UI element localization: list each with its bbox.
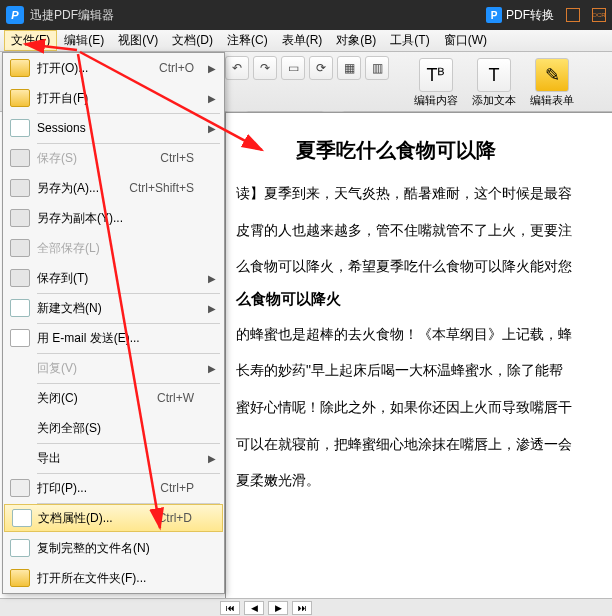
menu-view[interactable]: 视图(V) [111,30,165,51]
menu-item-shortcut: Ctrl+P [160,481,194,495]
file-menu-item[interactable]: 新建文档(N)▶ [3,293,224,323]
titlebar-box-icon[interactable] [566,8,580,22]
rotate-button[interactable]: ⟳ [309,56,333,80]
file-menu-item[interactable]: 导出▶ [3,443,224,473]
menu-document[interactable]: 文档(D) [165,30,220,51]
menu-comment[interactable]: 注释(C) [220,30,275,51]
file-menu-item[interactable]: 关闭全部(S) [3,413,224,443]
menu-tools[interactable]: 工具(T) [383,30,436,51]
doc-text: 读】夏季到来，天气炎热，酷暑难耐，这个时候是最容 [236,180,602,207]
edit-content-button[interactable]: Tᴮ 编辑内容 [410,56,462,110]
menu-form[interactable]: 表单(R) [275,30,330,51]
add-text-icon: T [477,58,511,92]
menu-item-label: 关闭全部(S) [37,420,208,437]
last-page-button[interactable]: ⏭ [292,601,312,615]
file-menu-item[interactable]: Sessions▶ [3,113,224,143]
file-menu-item: 全部保存(L) [3,233,224,263]
doc-icon [10,299,30,317]
next-page-button[interactable]: ▶ [268,601,288,615]
submenu-arrow-icon: ▶ [208,93,218,104]
menu-bar: 文件(F) 编辑(E) 视图(V) 文档(D) 注释(C) 表单(R) 对象(B… [0,30,612,52]
doc-text: 长寿的妙药"早上起床后喝一大杯温蜂蜜水，除了能帮 [236,357,602,384]
undo-button[interactable]: ↶ [225,56,249,80]
doc-icon [10,539,30,557]
app-logo-icon: P [6,6,24,24]
file-menu-item[interactable]: 打开(O)...Ctrl+O▶ [3,53,224,83]
edit-form-button[interactable]: ✎ 编辑表单 [526,56,578,110]
menu-item-label: 新建文档(N) [37,300,208,317]
file-menu-item[interactable]: 关闭(C)Ctrl+W [3,383,224,413]
menu-item-shortcut: Ctrl+D [158,511,192,525]
folder-icon [10,59,30,77]
grid-button[interactable]: ▦ [337,56,361,80]
file-menu-item[interactable]: 打印(P)...Ctrl+P [3,473,224,503]
submenu-arrow-icon: ▶ [208,303,218,314]
file-menu-item[interactable]: 另存为(A)...Ctrl+Shift+S [3,173,224,203]
doc-text: 么食物可以降火，希望夏季吃什么食物可以降火能对您 [236,253,602,280]
disk-icon [10,269,30,287]
file-menu-item[interactable]: 打开所在文件夹(F)... [3,563,224,593]
menu-item-label: 打开所在文件夹(F)... [37,570,208,587]
disk-icon [10,209,30,227]
app-title: 迅捷PDF编辑器 [30,7,114,24]
prev-page-button[interactable]: ◀ [244,601,264,615]
menu-item-label: 文档属性(D)... [38,510,158,527]
menu-item-label: 另存为(A)... [37,180,129,197]
layout-button[interactable]: ▥ [365,56,389,80]
add-text-label: 添加文本 [472,93,516,108]
pdf-convert-link[interactable]: PDF转换 [506,7,554,24]
doc-heading: 夏季吃什么食物可以降 [296,137,602,164]
menu-item-shortcut: Ctrl+Shift+S [129,181,194,195]
file-menu-item[interactable]: 复制完整的文件名(N) [3,533,224,563]
doc-text: 夏柔嫩光滑。 [236,467,602,494]
titlebar-right[interactable]: P PDF转换 OCR [486,7,606,24]
menu-item-label: 打开自(F) [37,90,208,107]
doc-text: 皮霄的人也越来越多，管不住嘴就管不了上火，更要注 [236,217,602,244]
menu-edit[interactable]: 编辑(E) [57,30,111,51]
file-menu-item[interactable]: 打开自(F)▶ [3,83,224,113]
status-bar: ⏮ ◀ ▶ ⏭ [0,598,612,616]
submenu-arrow-icon: ▶ [208,363,218,374]
file-menu-item[interactable]: 文档属性(D)...Ctrl+D [4,504,223,532]
doc-icon [10,119,30,137]
menu-item-label: 回复(V) [37,360,208,377]
mail-icon [10,329,30,347]
menu-item-label: 全部保存(L) [37,240,208,257]
menu-item-label: 打开(O)... [37,60,159,77]
menu-object[interactable]: 对象(B) [329,30,383,51]
doc-subheading: 么食物可以降火 [236,290,602,309]
file-menu-item[interactable]: 另存为副本(Y)... [3,203,224,233]
edit-form-icon: ✎ [535,58,569,92]
disk-icon [10,239,30,257]
folder-icon [10,89,30,107]
menu-item-label: 打印(P)... [37,480,160,497]
file-menu-item[interactable]: 用 E-mail 发送(E)... [3,323,224,353]
pdf-convert-icon: P [486,7,502,23]
first-page-button[interactable]: ⏮ [220,601,240,615]
menu-file[interactable]: 文件(F) [4,30,57,51]
edit-form-label: 编辑表单 [530,93,574,108]
doc-text: 蜜好心情呢！除此之外，如果你还因上火而导致嘴唇干 [236,394,602,421]
menu-item-label: 另存为副本(Y)... [37,210,208,227]
submenu-arrow-icon: ▶ [208,273,218,284]
ocr-icon[interactable]: OCR [592,8,606,22]
edit-content-icon: Tᴮ [419,58,453,92]
prn-icon [10,479,30,497]
add-text-button[interactable]: T 添加文本 [468,56,520,110]
menu-item-label: 关闭(C) [37,390,157,407]
file-menu-item[interactable]: 保存到(T)▶ [3,263,224,293]
menu-item-label: Sessions [37,121,208,135]
disk-icon [10,149,30,167]
folder-icon [10,569,30,587]
menu-item-shortcut: Ctrl+S [160,151,194,165]
page-fit-button[interactable]: ▭ [281,56,305,80]
menu-window[interactable]: 窗口(W) [437,30,494,51]
redo-button[interactable]: ↷ [253,56,277,80]
menu-item-label: 复制完整的文件名(N) [37,540,208,557]
menu-item-shortcut: Ctrl+O [159,61,194,75]
disk-icon [10,179,30,197]
menu-item-label: 保存(S) [37,150,160,167]
menu-item-label: 导出 [37,450,208,467]
submenu-arrow-icon: ▶ [208,63,218,74]
document-viewport[interactable]: 夏季吃什么食物可以降 读】夏季到来，天气炎热，酷暑难耐，这个时候是最容 皮霄的人… [225,112,612,598]
